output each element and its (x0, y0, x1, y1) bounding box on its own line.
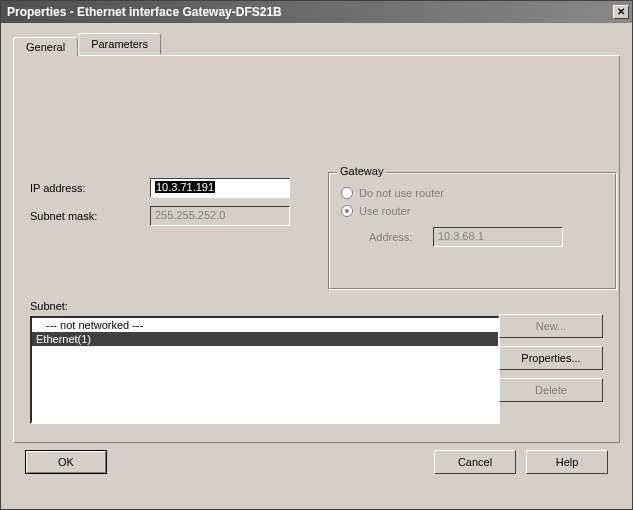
ok-button[interactable]: OK (25, 450, 107, 474)
subnet-buttons: New... Properties... Delete (499, 314, 603, 402)
gateway-address-row: Address: 10.3.68.1 (369, 227, 616, 247)
radio-use-router-label: Use router (359, 205, 410, 217)
radio-no-router-label: Do not use router (359, 187, 444, 199)
radio-use-router[interactable]: Use router (341, 205, 616, 217)
ip-address-label: IP address: (30, 182, 150, 194)
titlebar: Properties - Ethernet interface Gateway-… (1, 1, 632, 23)
subnet-mask-label: Subnet mask: (30, 210, 150, 222)
gateway-legend: Gateway (337, 165, 386, 177)
ip-fields: IP address: 10.3.71.191 Subnet mask: 255… (30, 178, 290, 234)
gateway-address-input[interactable]: 10.3.68.1 (433, 227, 563, 247)
subnet-label: Subnet: (30, 300, 68, 312)
close-icon[interactable]: ✕ (613, 5, 629, 19)
tab-parameters[interactable]: Parameters (78, 33, 161, 55)
subnet-listbox[interactable]: --- not networked --- Ethernet(1) (30, 316, 500, 424)
dialog-buttons: OK Cancel Help (13, 443, 620, 481)
tab-general[interactable]: General (13, 37, 78, 56)
properties-window: Properties - Ethernet interface Gateway-… (0, 0, 633, 510)
client-area: General Parameters IP address: 10.3.71.1… (1, 23, 632, 509)
delete-button[interactable]: Delete (499, 378, 603, 402)
subnet-mask-input[interactable]: 255.255.252.0 (150, 206, 290, 226)
properties-button[interactable]: Properties... (499, 346, 603, 370)
tabpanel-parameters: IP address: 10.3.71.191 Subnet mask: 255… (13, 55, 620, 443)
window-title: Properties - Ethernet interface Gateway-… (7, 5, 282, 19)
radio-no-router-icon (341, 187, 353, 199)
help-button[interactable]: Help (526, 450, 608, 474)
cancel-button[interactable]: Cancel (434, 450, 516, 474)
list-item[interactable]: Ethernet(1) (32, 332, 498, 346)
tabstrip: General Parameters (13, 33, 620, 55)
ip-address-input[interactable]: 10.3.71.191 (150, 178, 290, 198)
ip-address-value: 10.3.71.191 (155, 181, 215, 193)
radio-use-router-icon (341, 205, 353, 217)
gateway-groupbox: Gateway Do not use router Use router Add… (328, 172, 617, 290)
gateway-address-label: Address: (369, 231, 433, 243)
radio-no-router[interactable]: Do not use router (341, 187, 616, 199)
list-item[interactable]: --- not networked --- (32, 318, 498, 332)
new-button[interactable]: New... (499, 314, 603, 338)
